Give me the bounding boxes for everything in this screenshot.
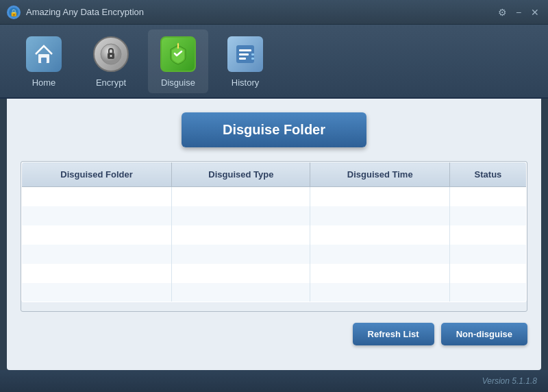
nav-item-home[interactable]: Home <box>14 29 74 93</box>
table-row <box>22 264 527 283</box>
settings-button[interactable]: ⚙ <box>496 6 508 19</box>
nav-home-label: Home <box>32 77 56 88</box>
table-row <box>22 225 527 245</box>
history-icon <box>227 36 263 72</box>
table-row <box>22 187 527 206</box>
disguise-icon <box>160 36 196 72</box>
nav-history-label: History <box>232 77 259 88</box>
action-buttons: Refresh List Non-disguise <box>21 323 527 345</box>
close-button[interactable]: ✕ <box>529 6 541 19</box>
home-icon <box>26 36 62 72</box>
svg-point-6 <box>110 55 112 57</box>
main-content: Disguise Folder Disguised Folder Disguis… <box>7 99 541 370</box>
col-header-time: Disguised Time <box>310 162 449 187</box>
table-row <box>22 206 527 225</box>
col-header-status: Status <box>449 162 526 187</box>
svg-text:🔒: 🔒 <box>10 8 18 17</box>
nav-item-disguise[interactable]: Disguise <box>148 29 208 93</box>
disguised-table: Disguised Folder Disguised Type Disguise… <box>21 162 527 302</box>
nav-encrypt-label: Encrypt <box>96 77 126 88</box>
window-controls: ⚙ − ✕ <box>496 6 541 19</box>
disguise-folder-button[interactable]: Disguise Folder <box>182 112 366 147</box>
non-disguise-button[interactable]: Non-disguise <box>441 323 527 345</box>
table-row <box>22 245 527 264</box>
nav-disguise-label: Disguise <box>161 77 195 88</box>
history-icon-container <box>226 35 264 73</box>
encrypt-icon-container <box>92 35 130 73</box>
home-icon-container <box>25 35 63 73</box>
data-table-wrapper: Disguised Folder Disguised Type Disguise… <box>21 161 527 312</box>
svg-rect-11 <box>239 58 246 60</box>
svg-rect-12 <box>251 53 254 56</box>
svg-rect-13 <box>251 58 254 60</box>
table-row <box>22 283 527 302</box>
app-icon: 🔒 <box>7 5 21 19</box>
svg-rect-9 <box>239 49 251 51</box>
window-title: Amazing Any Data Encryption <box>26 7 496 17</box>
nav-bar: Home Encrypt <box>0 25 548 99</box>
svg-rect-10 <box>239 53 249 56</box>
table-header-row: Disguised Folder Disguised Type Disguise… <box>22 162 527 187</box>
table-body <box>22 187 527 302</box>
version-text: Version 5.1.1.8 <box>482 376 537 386</box>
nav-item-encrypt[interactable]: Encrypt <box>81 29 141 93</box>
refresh-list-button[interactable]: Refresh List <box>353 323 434 345</box>
title-bar: 🔒 Amazing Any Data Encryption ⚙ − ✕ <box>0 0 548 25</box>
nav-item-history[interactable]: History <box>215 29 275 93</box>
col-header-type: Disguised Type <box>172 162 310 187</box>
col-header-folder: Disguised Folder <box>22 162 172 187</box>
disguise-btn-container: Disguise Folder <box>21 112 527 147</box>
bottom-bar: Version 5.1.1.8 <box>0 370 548 392</box>
disguise-icon-container <box>159 35 197 73</box>
svg-rect-3 <box>41 58 47 63</box>
encrypt-icon <box>93 36 129 72</box>
minimize-button[interactable]: − <box>512 6 525 19</box>
